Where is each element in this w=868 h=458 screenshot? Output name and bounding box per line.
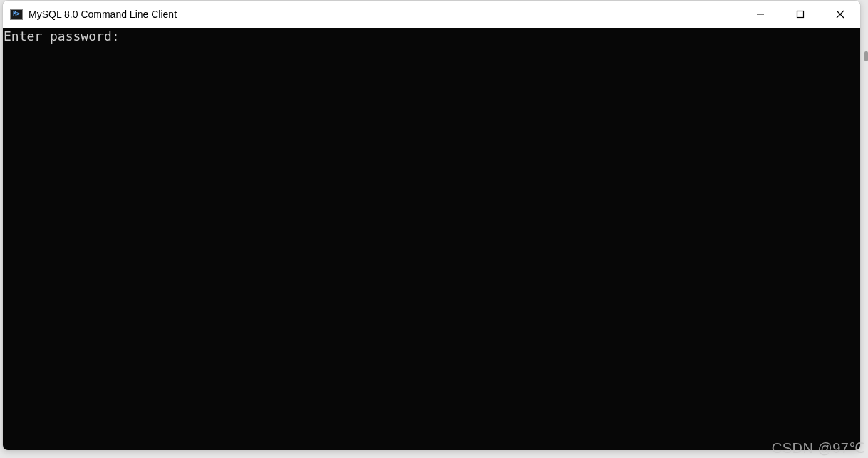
close-button[interactable] — [820, 1, 860, 28]
minimize-icon — [756, 10, 765, 19]
maximize-button[interactable] — [780, 1, 820, 28]
app-icon-glyph: M> — [13, 11, 20, 17]
window-title: MySQL 8.0 Command Line Client — [29, 9, 740, 20]
titlebar[interactable]: M> MySQL 8.0 Command Line Client — [3, 1, 860, 28]
password-prompt: Enter password: — [4, 29, 120, 44]
scrollbar-indicator[interactable] — [864, 51, 868, 61]
terminal-area[interactable]: Enter password: — [3, 28, 860, 450]
app-icon: M> — [10, 9, 23, 20]
app-window: M> MySQL 8.0 Command Line Client En — [2, 0, 861, 451]
minimize-button[interactable] — [740, 1, 780, 28]
svg-rect-1 — [797, 11, 804, 18]
window-controls — [740, 1, 860, 28]
maximize-icon — [796, 10, 805, 19]
close-icon — [836, 10, 844, 19]
